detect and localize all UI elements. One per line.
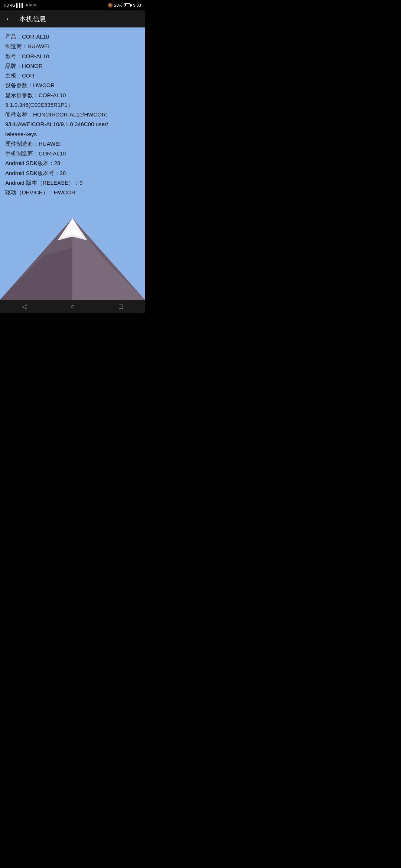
bottom-nav: ◁ ○ □ (0, 300, 145, 313)
top-bar: ← 本机信息 (0, 10, 145, 27)
back-button[interactable]: ← (5, 14, 13, 24)
svg-marker-5 (0, 248, 72, 300)
clock: 9:33 (133, 3, 141, 7)
recent-nav-button[interactable]: □ (111, 301, 130, 312)
wifi-icon: ≋ (25, 3, 28, 7)
info-value: HONOR/COR-AL10/HWCOR: (33, 111, 107, 118)
info-label: Android SDK版本号： (5, 170, 60, 176)
info-value: COR-AL10 (22, 33, 49, 40)
info-value: 28 (54, 160, 61, 166)
info-label: Android SDK版本： (5, 160, 54, 166)
page-title: 本机信息 (19, 14, 46, 23)
info-label: 手机制造商： (5, 150, 39, 157)
info-value: 28 (60, 170, 66, 176)
info-value: COR-AL10 (39, 150, 66, 157)
info-value: HWCOR (33, 82, 55, 88)
info-section: 产品：COR-AL10制造商：HUAWEI型号：COR-AL10品牌：HONOR… (0, 27, 145, 300)
status-right-icons: 🔕 28% 9:33 (108, 3, 141, 8)
info-row: 主板：COR (5, 71, 140, 80)
info-label: 硬件制造商： (5, 141, 39, 147)
info-row: 产品：COR-AL10 (5, 32, 140, 42)
info-row: 设备参数：HWCOR (5, 80, 140, 90)
info-value: COR-AL10 (22, 53, 49, 59)
info-row: 手机制造商：COR-AL10 (5, 149, 140, 158)
info-label: 硬件名称： (5, 111, 33, 118)
info-row: 型号：COR-AL10 (5, 52, 140, 61)
info-row: Android 版本（RELEASE）：9 (5, 178, 140, 188)
info-row: Android SDK版本：28 (5, 158, 140, 168)
mute-icon: 🔕 (108, 3, 113, 8)
mail-icon1: ✉ (29, 3, 32, 7)
info-row: 制造商：HUAWEI (5, 42, 140, 51)
home-nav-button[interactable]: ○ (63, 301, 82, 312)
info-label: 设备参数： (5, 82, 33, 88)
device-info-text: 产品：COR-AL10制造商：HUAWEI型号：COR-AL10品牌：HONOR… (5, 32, 140, 197)
back-nav-button[interactable]: ◁ (14, 301, 35, 312)
info-value: HONOR (22, 63, 43, 69)
battery-percent: 28% (114, 3, 123, 7)
info-row: 硬件制造商：HUAWEI (5, 139, 140, 149)
info-label: 驱动（DEVICE）： (5, 189, 54, 195)
info-value: 9.1.0.346(C00E336R1P1） (5, 102, 73, 108)
mountain-background (0, 211, 145, 300)
info-value: HUAWEI (27, 43, 49, 49)
info-value: COR (22, 72, 34, 79)
signal-icon: 4G (10, 3, 15, 7)
info-row: 显示屏参数：COR-AL10 (5, 91, 140, 100)
info-label: 主板： (5, 72, 22, 79)
info-row: 品牌：HONOR (5, 61, 140, 71)
info-row: 驱动（DEVICE）：HWCOR (5, 188, 140, 197)
info-value: COR-AL10 (39, 92, 66, 98)
info-row: Android SDK版本号：28 (5, 168, 140, 178)
info-value: HUAWEI (39, 141, 61, 147)
info-row: 硬件名称：HONOR/COR-AL10/HWCOR: (5, 110, 140, 119)
info-value: release-keys (5, 131, 37, 137)
info-label: 显示屏参数： (5, 92, 39, 98)
mail-icon2: ✉ (33, 3, 36, 7)
info-row: 9/HUAWEICOR-AL10/9.1.0.346C00:user/ (5, 119, 140, 129)
info-label: 制造商： (5, 43, 27, 49)
status-bar: HD 4G ▌▌▌ ≋ ✉ ✉ 🔕 28% 9:33 (0, 0, 145, 10)
battery-icon (124, 3, 132, 7)
info-value: 9 (79, 180, 82, 186)
main-content: 产品：COR-AL10制造商：HUAWEI型号：COR-AL10品牌：HONOR… (0, 27, 145, 300)
info-label: 品牌： (5, 63, 22, 69)
info-label: Android 版本（RELEASE）： (5, 180, 79, 186)
hd-icon: HD (4, 3, 9, 7)
info-value: 9/HUAWEICOR-AL10/9.1.0.346C00:user/ (5, 121, 108, 127)
info-value: HWCOR (54, 189, 75, 195)
signal-bars: ▌▌▌ (16, 3, 24, 7)
info-row: release-keys (5, 129, 140, 139)
info-row: 9.1.0.346(C00E336R1P1） (5, 100, 140, 110)
info-label: 产品： (5, 33, 22, 40)
info-label: 型号： (5, 53, 22, 59)
status-left-icons: HD 4G ▌▌▌ ≋ ✉ ✉ (4, 3, 36, 7)
